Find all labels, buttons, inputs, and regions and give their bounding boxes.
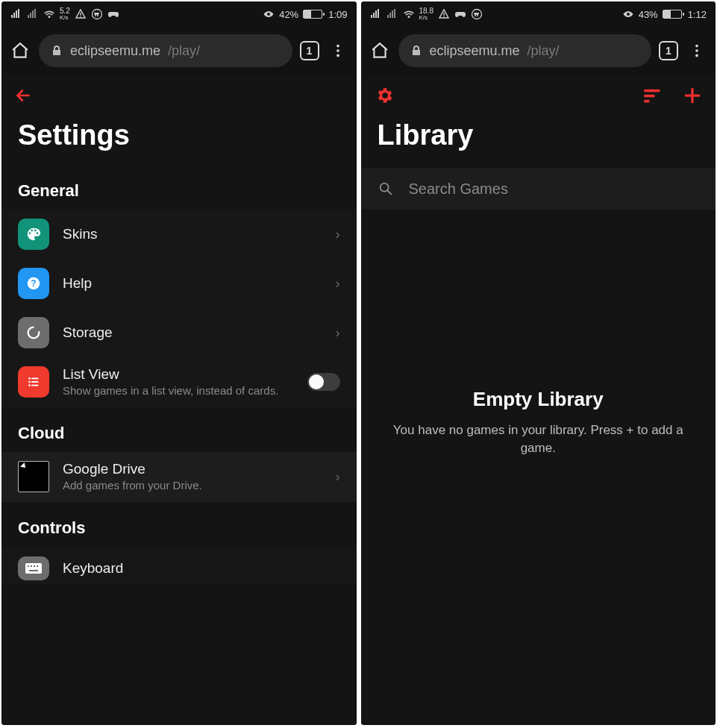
status-bar: 18.8 K/s 43% 1:12: [361, 1, 716, 27]
page-title: Library: [361, 116, 716, 165]
svg-point-22: [695, 54, 698, 57]
svg-rect-14: [28, 565, 29, 567]
signal2-icon: [27, 8, 39, 20]
chevron-right-icon: ›: [336, 325, 340, 341]
clock: 1:12: [688, 9, 707, 20]
svg-rect-25: [644, 100, 649, 103]
url-host: eclipseemu.me: [70, 43, 160, 59]
eye-icon: [263, 8, 275, 20]
svg-rect-13: [25, 563, 42, 574]
row-label: Help: [63, 275, 322, 292]
svg-rect-23: [644, 90, 660, 92]
broken-image-icon: [18, 461, 49, 492]
library-page: Library Empty Library You have no games …: [361, 75, 716, 725]
row-help[interactable]: ? Help ›: [1, 259, 357, 308]
browser-menu-button[interactable]: [327, 43, 349, 59]
browser-home-button[interactable]: [369, 41, 391, 60]
row-label: Storage: [63, 324, 322, 341]
row-sub: Show games in a list view, instead of ca…: [63, 384, 294, 398]
wordpress-icon: [91, 8, 103, 20]
row-google-drive[interactable]: Google Drive Add games from your Drive. …: [1, 452, 357, 502]
wifi-icon: [403, 8, 415, 20]
empty-heading: Empty Library: [473, 388, 604, 411]
lock-icon: [51, 45, 63, 57]
help-icon: ?: [18, 268, 49, 299]
row-skins[interactable]: Skins ›: [1, 210, 357, 259]
back-button[interactable]: [13, 86, 33, 105]
svg-rect-8: [31, 378, 38, 380]
battery-pct: 43%: [639, 9, 658, 20]
svg-point-1: [336, 45, 339, 48]
listview-toggle[interactable]: [307, 373, 340, 391]
sort-button[interactable]: [642, 87, 663, 104]
signal2-icon: [386, 8, 398, 20]
phone-right: 18.8 K/s 43% 1:12 eclipseemu.me/play/ 1: [361, 1, 716, 725]
battery-pct: 42%: [279, 9, 298, 20]
row-sub: Add games from your Drive.: [63, 479, 322, 493]
phone-left: 5.2 K/s 42% 1:09 eclipseemu.me/play/ 1: [1, 1, 357, 725]
tab-count-button[interactable]: 1: [659, 41, 678, 60]
status-bar: 5.2 K/s 42% 1:09: [1, 1, 357, 27]
row-label: List View: [63, 366, 294, 383]
empty-state: Empty Library You have no games in your …: [361, 210, 716, 725]
svg-point-26: [380, 183, 388, 192]
svg-point-9: [28, 381, 31, 383]
tab-count-button[interactable]: 1: [300, 41, 319, 60]
storage-icon: [18, 317, 49, 348]
svg-rect-12: [31, 385, 38, 386]
warning-icon: [75, 8, 87, 20]
url-bar[interactable]: eclipseemu.me/play/: [398, 34, 652, 67]
svg-point-21: [695, 49, 698, 52]
url-bar[interactable]: eclipseemu.me/play/: [39, 34, 292, 67]
net-speed: 5.2 K/s: [60, 7, 70, 21]
signal-icon: [370, 8, 382, 20]
svg-point-2: [336, 49, 339, 52]
url-path: /play/: [168, 43, 200, 59]
svg-rect-17: [37, 565, 38, 567]
settings-page: Settings General Skins › ? Help › Storag…: [1, 75, 357, 725]
svg-point-3: [336, 54, 339, 57]
eye-icon: [622, 8, 634, 20]
game-icon: [454, 8, 466, 20]
clock: 1:09: [328, 9, 347, 20]
row-label: Google Drive: [63, 461, 322, 477]
browser-chrome: eclipseemu.me/play/ 1: [1, 27, 357, 75]
net-speed: 18.8 K/s: [419, 7, 433, 21]
wordpress-icon: [471, 8, 483, 20]
battery-icon: [303, 10, 322, 19]
settings-button[interactable]: [375, 86, 394, 105]
wifi-icon: [43, 8, 55, 20]
palette-icon: [18, 219, 49, 250]
svg-rect-24: [644, 95, 654, 97]
chevron-right-icon: ›: [336, 227, 340, 242]
add-button[interactable]: [683, 86, 702, 105]
battery-icon: [663, 10, 682, 19]
row-listview[interactable]: List View Show games in a list view, ins…: [1, 357, 357, 407]
row-storage[interactable]: Storage ›: [1, 308, 357, 357]
svg-point-7: [28, 377, 31, 380]
svg-rect-15: [31, 565, 32, 567]
svg-point-6: [28, 327, 40, 339]
row-label: Keyboard: [63, 560, 340, 577]
browser-home-button[interactable]: [9, 41, 31, 60]
url-host: eclipseemu.me: [430, 43, 520, 59]
browser-menu-button[interactable]: [686, 43, 708, 59]
svg-point-20: [695, 45, 698, 48]
search-icon: [378, 181, 394, 197]
browser-chrome: eclipseemu.me/play/ 1: [361, 27, 716, 75]
signal-icon: [10, 8, 22, 20]
search-bar[interactable]: [361, 168, 716, 210]
row-keyboard[interactable]: Keyboard: [1, 547, 357, 584]
svg-rect-16: [34, 565, 35, 567]
page-title: Settings: [1, 116, 357, 165]
game-icon: [107, 8, 119, 20]
chevron-right-icon: ›: [336, 276, 340, 292]
keyboard-icon: [18, 556, 49, 580]
search-input[interactable]: [409, 181, 700, 198]
svg-text:?: ?: [31, 278, 36, 289]
list-icon: [18, 366, 49, 398]
section-general: General: [1, 165, 357, 210]
svg-point-11: [28, 385, 31, 387]
section-cloud: Cloud: [1, 407, 357, 452]
empty-sub: You have no games in your library. Press…: [381, 421, 697, 457]
